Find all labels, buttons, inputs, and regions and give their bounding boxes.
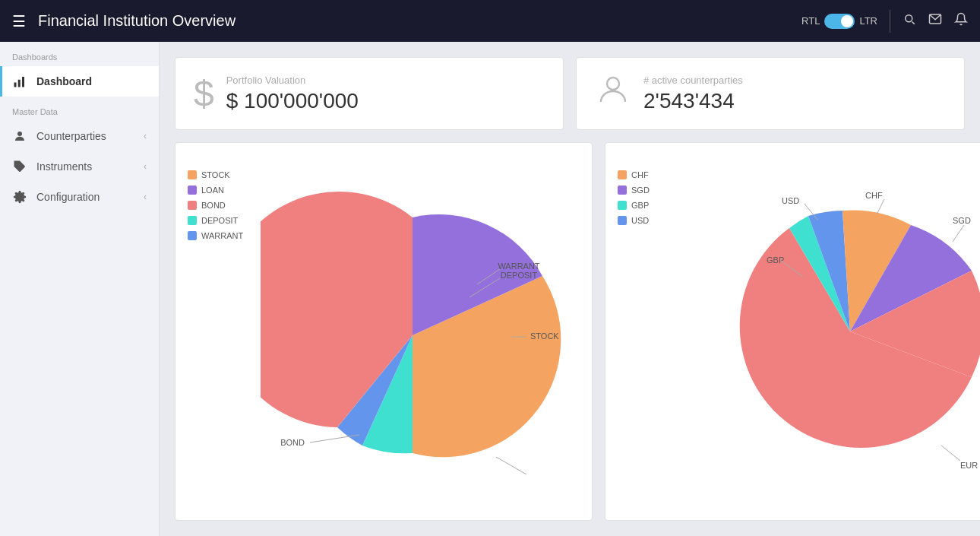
sidebar-counterparties-label: Counterparties [36, 130, 106, 142]
header-right: RTL LTR [801, 10, 968, 33]
sgd-leader [953, 225, 964, 242]
svg-rect-3 [22, 77, 24, 87]
stock-dot [188, 170, 197, 179]
chevron-right-icon-2: ‹ [144, 161, 147, 172]
loan-label: LOAN [201, 186, 224, 195]
chevron-right-icon-3: ‹ [144, 192, 147, 202]
loan-dot [188, 186, 197, 195]
charts-row: STOCK LOAN BOND DEPOSIT [175, 142, 965, 521]
chart1-deposit-label: DEPOSIT [501, 271, 538, 280]
gear-icon [12, 189, 27, 205]
portfolio-info: Portfolio Valuation $ 100'000'000 [226, 75, 359, 113]
chart2-usd-label: USD [782, 196, 799, 205]
counterparty-person-icon [595, 71, 631, 116]
asset-type-chart-card: STOCK LOAN BOND DEPOSIT [175, 142, 593, 521]
sgd-dot [618, 186, 627, 195]
hamburger-icon[interactable]: ☰ [12, 12, 26, 30]
rtl-ltr-switch[interactable] [824, 14, 855, 29]
legend-deposit: DEPOSIT [188, 216, 248, 225]
rtl-label: RTL [801, 15, 820, 27]
rtl-ltr-toggle: RTL LTR [801, 14, 877, 29]
chart2-gbp-label: GBP [767, 255, 784, 265]
currency-pie-svg: GBP USD CHF SGD EUR [691, 187, 980, 476]
legend-loan: LOAN [188, 186, 248, 195]
chart1-bond-label: BOND [280, 438, 305, 447]
warrant-label: WARRANT [201, 231, 243, 240]
chart2-chf-label: CHF [865, 191, 883, 200]
chevron-right-icon: ‹ [144, 131, 147, 141]
stock-label: STOCK [201, 170, 230, 179]
legend-bond: BOND [188, 201, 248, 210]
chart-icon [12, 74, 27, 89]
portfolio-valuation-card: $ Portfolio Valuation $ 100'000'000 [175, 57, 564, 130]
bond-label: BOND [201, 201, 226, 210]
legend-chf: CHF [618, 170, 678, 179]
portfolio-value: $ 100'000'000 [226, 89, 359, 113]
svg-point-7 [607, 78, 619, 90]
sidebar-dashboard-label: Dashboard [36, 75, 92, 87]
currency-pie-chart: GBP USD CHF SGD EUR [691, 187, 980, 476]
sidebar-item-configuration[interactable]: Configuration ‹ [0, 182, 159, 212]
chf-leader [877, 199, 884, 214]
currency-legend: CHF SGD GBP USD [618, 170, 678, 225]
portfolio-label: Portfolio Valuation [226, 75, 359, 86]
counterparties-card: # active counterparties 2'543'434 [576, 57, 965, 130]
loan-line [496, 457, 526, 474]
dollar-icon: $ [194, 73, 214, 115]
chf-label: CHF [631, 170, 649, 179]
ltr-label: LTR [859, 15, 877, 27]
main-content: $ Portfolio Valuation $ 100'000'000 # ac… [160, 42, 980, 536]
page-title: Financial Institution Overview [38, 12, 789, 30]
bond-dot [188, 201, 197, 210]
legend-stock: STOCK [188, 170, 248, 179]
counterparties-value: 2'543'434 [643, 89, 743, 113]
sidebar: Dashboards Dashboard Master Data Counter… [0, 42, 160, 536]
stat-cards-row: $ Portfolio Valuation $ 100'000'000 # ac… [175, 57, 965, 130]
bell-icon[interactable] [954, 12, 968, 30]
sidebar-section-dashboards: Dashboards [0, 42, 159, 66]
legend-usd: USD [618, 216, 678, 225]
chf-dot [618, 170, 627, 179]
sidebar-item-dashboard[interactable]: Dashboard [0, 66, 159, 97]
warrant-dot [188, 231, 197, 240]
currency-chart-card: CHF SGD GBP USD [605, 142, 980, 521]
counterparties-label: # active counterparties [643, 75, 743, 86]
eur-leader [941, 446, 960, 461]
legend-warrant: WARRANT [188, 231, 248, 240]
header-divider [890, 10, 890, 33]
svg-point-4 [17, 132, 22, 136]
deposit-label: DEPOSIT [201, 216, 238, 225]
mail-icon[interactable] [928, 12, 942, 30]
sidebar-configuration-label: Configuration [36, 191, 100, 203]
asset-legend: STOCK LOAN BOND DEPOSIT [188, 170, 248, 240]
app-header: ☰ Financial Institution Overview RTL LTR [0, 0, 980, 42]
tag-icon [12, 159, 27, 174]
sidebar-item-counterparties[interactable]: Counterparties ‹ [0, 121, 159, 151]
usd-label: USD [631, 216, 649, 225]
chart1-warrant-label: WARRANT [498, 262, 539, 271]
sidebar-section-masterdata: Master Data [0, 97, 159, 121]
sidebar-instruments-label: Instruments [36, 160, 92, 173]
chart2-eur-label: EUR [960, 461, 978, 470]
chart2-sgd-label: SGD [953, 216, 971, 225]
legend-gbp: GBP [618, 201, 678, 210]
svg-rect-2 [18, 80, 21, 87]
person-icon [12, 128, 27, 144]
app-body: Dashboards Dashboard Master Data Counter… [0, 42, 980, 536]
asset-pie-svg: WARRANT DEPOSIT STOCK BOND LOAN [261, 187, 580, 476]
gbp-label: GBP [631, 201, 649, 210]
search-icon[interactable] [903, 12, 916, 30]
deposit-dot [188, 216, 197, 225]
svg-rect-1 [14, 83, 17, 87]
asset-pie-chart: WARRANT DEPOSIT STOCK BOND LOAN [261, 187, 580, 476]
sgd-label: SGD [631, 186, 650, 195]
gbp-dot [618, 201, 627, 210]
sidebar-item-instruments[interactable]: Instruments ‹ [0, 151, 159, 182]
counterparties-info: # active counterparties 2'543'434 [643, 75, 743, 113]
chart1-stock-label: STOCK [530, 331, 559, 341]
legend-sgd: SGD [618, 186, 678, 195]
usd-dot [618, 216, 627, 225]
